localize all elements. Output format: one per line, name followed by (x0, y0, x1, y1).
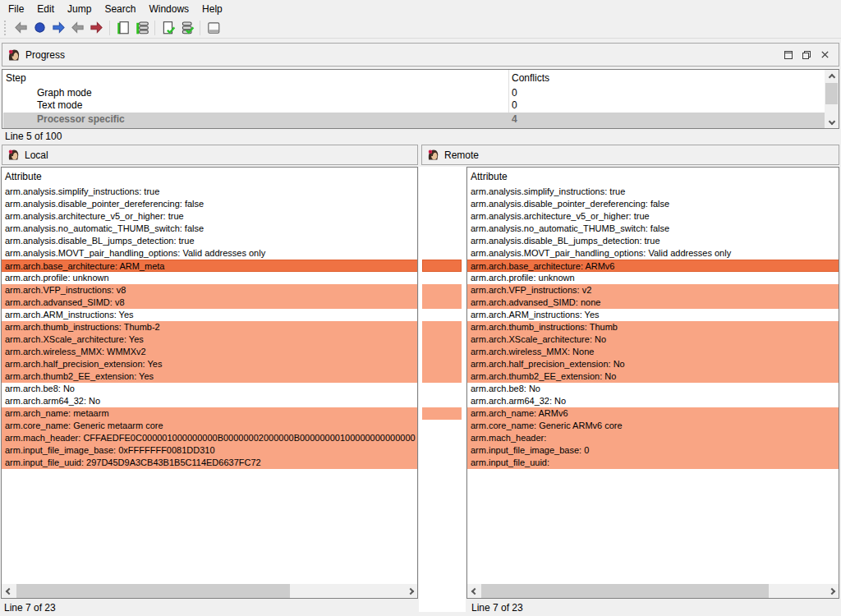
attribute-row[interactable]: arm.core_name: Generic metaarm core (2, 420, 417, 432)
attribute-row[interactable]: arm.arch.base_architecture: ARM_meta (2, 260, 417, 272)
progress-titlebar: Progress (2, 43, 839, 67)
local-panel-title: Local (25, 149, 48, 161)
gutter-selected-conflict-mark (422, 260, 462, 272)
attribute-row[interactable]: arm.arch.half_precision_extension: No (467, 358, 839, 370)
scroll-down-arrow[interactable] (825, 114, 839, 128)
attribute-row[interactable]: arm.arch.profile: unknown (2, 272, 417, 284)
attribute-row[interactable]: arm.arch.ARM_instructions: Yes (2, 309, 417, 321)
scrollbar-thumb[interactable] (16, 584, 290, 598)
gray-back-arrow-icon[interactable] (11, 19, 30, 37)
blue-forward-arrow-icon[interactable] (49, 19, 68, 37)
database-stack-icon[interactable] (132, 19, 151, 37)
attribute-row[interactable]: arm.arch.ARM_instructions: Yes (467, 309, 839, 321)
blue-dot-icon[interactable] (30, 19, 49, 37)
ida-logo-icon (427, 149, 439, 161)
attribute-row[interactable]: arm.arch.wireless_MMX: WMMXv2 (2, 346, 417, 358)
menu-windows[interactable]: Windows (142, 1, 195, 17)
remote-attribute-list: Attribute arm.analysis.simplify_instruct… (466, 167, 839, 599)
attribute-row[interactable]: arm.arch.XScale_architecture: Yes (2, 333, 417, 346)
red-right-arrow-icon[interactable] (87, 19, 106, 37)
menu-search[interactable]: Search (98, 1, 142, 17)
attribute-row[interactable]: arm.analysis.simplify_instructions: true (2, 186, 417, 198)
column-header-step[interactable]: Step (6, 72, 26, 84)
attribute-row[interactable]: arm.arch.profile: unknown (467, 272, 839, 284)
attribute-row[interactable]: arm.analysis.MOVT_pair_handling_options:… (467, 247, 839, 260)
horizontal-scrollbar[interactable] (467, 584, 839, 598)
attribute-row[interactable]: arm.analysis.disable_BL_jumps_detection:… (2, 235, 417, 247)
attribute-row[interactable]: arm.analysis.disable_BL_jumps_detection:… (467, 235, 839, 247)
attribute-row[interactable]: arm.arch_name: ARMv6 (467, 407, 839, 420)
attribute-row[interactable]: arm.arch.be8: No (2, 383, 417, 395)
scrollbar-thumb[interactable] (825, 83, 838, 104)
scroll-left-arrow[interactable] (2, 584, 16, 598)
column-header-attribute[interactable]: Attribute (471, 171, 508, 182)
horizontal-scrollbar[interactable] (2, 584, 417, 598)
step-cell: Processor specific (37, 113, 125, 126)
column-header-conflicts[interactable]: Conflicts (512, 72, 549, 84)
table-row[interactable]: Text mode 0 (3, 99, 825, 112)
conflicts-cell: 0 (512, 99, 517, 112)
attribute-row[interactable]: arm.arch.base_architecture: ARMv6 (467, 260, 839, 272)
document-icon[interactable] (113, 19, 132, 37)
attribute-row[interactable]: arm.mach_header: CFFAEDFE0C0000010000000… (2, 432, 417, 444)
attribute-row[interactable]: arm.arch.XScale_architecture: No (467, 333, 839, 346)
remote-panel-title: Remote (444, 149, 479, 161)
menu-help[interactable]: Help (195, 1, 229, 17)
attribute-row[interactable]: arm.arch.arm64_32: No (467, 395, 839, 407)
attribute-row[interactable]: arm.arch.thumb2_EE_extension: Yes (2, 370, 417, 383)
attribute-row[interactable]: arm.input_file_uuid: 297D45D9A3CB43B1B5C… (2, 457, 417, 469)
step-cell: Text mode (37, 99, 82, 112)
window-icon[interactable] (204, 19, 223, 37)
attribute-row[interactable]: arm.arch.half_precision_extension: Yes (2, 358, 417, 370)
gutter-conflict-mark (422, 407, 462, 420)
scroll-left-arrow[interactable] (467, 584, 481, 598)
attribute-row[interactable]: arm.arch.VFP_instructions: v2 (467, 284, 839, 297)
table-row[interactable]: Graph mode 0 (3, 87, 825, 99)
local-attribute-list: Attribute arm.analysis.simplify_instruct… (1, 167, 418, 599)
gray-left-arrow-icon[interactable] (68, 19, 87, 37)
attribute-row[interactable]: arm.analysis.no_automatic_THUMB_switch: … (467, 223, 839, 235)
attribute-row[interactable]: arm.analysis.disable_pointer_dereferenci… (467, 198, 839, 210)
attribute-row[interactable]: arm.analysis.no_automatic_THUMB_switch: … (2, 223, 417, 235)
attribute-row[interactable]: arm.arch.arm64_32: No (2, 395, 417, 407)
toolbar-drag-handle[interactable] (4, 21, 7, 35)
local-panel-titlebar: Local (2, 145, 418, 165)
attribute-row[interactable]: arm.core_name: Generic ARMv6 core (467, 420, 839, 432)
column-header-attribute[interactable]: Attribute (5, 171, 42, 182)
menu-jump[interactable]: Jump (61, 1, 98, 17)
maximize-icon[interactable] (779, 48, 797, 62)
conflicts-cell: 0 (512, 87, 517, 99)
scroll-right-arrow[interactable] (403, 584, 417, 598)
attribute-row[interactable]: arm.analysis.MOVT_pair_handling_options:… (2, 247, 417, 260)
float-restore-icon[interactable] (797, 48, 816, 62)
attribute-row[interactable]: arm.analysis.architecture_v5_or_higher: … (2, 210, 417, 223)
attribute-row[interactable]: arm.analysis.disable_pointer_dereferenci… (2, 198, 417, 210)
attribute-row[interactable]: arm.arch.VFP_instructions: v8 (2, 284, 417, 297)
menu-edit[interactable]: Edit (30, 1, 61, 17)
attribute-row[interactable]: arm.arch.advansed_SIMD: v8 (2, 297, 417, 309)
scroll-right-arrow[interactable] (825, 584, 839, 598)
attribute-row[interactable]: arm.arch_name: metaarm (2, 407, 417, 420)
document-check-icon[interactable] (159, 19, 177, 37)
attribute-row[interactable]: arm.arch.be8: No (467, 383, 839, 395)
menu-file[interactable]: File (2, 1, 30, 17)
attribute-row[interactable]: arm.arch.thumb2_EE_extension: No (467, 370, 839, 383)
close-icon[interactable] (816, 48, 834, 62)
attribute-row[interactable]: arm.analysis.architecture_v5_or_higher: … (467, 210, 839, 223)
attribute-row[interactable]: arm.arch.thumb_instructions: Thumb (467, 321, 839, 333)
attribute-row[interactable]: arm.arch.wireless_MMX: None (467, 346, 839, 358)
attribute-row[interactable]: arm.arch.thumb_instructions: Thumb-2 (2, 321, 417, 333)
attribute-row[interactable]: arm.analysis.simplify_instructions: true (467, 186, 839, 198)
vertical-scrollbar[interactable] (825, 70, 839, 128)
attribute-row[interactable]: arm.input_file_uuid: (467, 457, 839, 469)
attribute-row[interactable]: arm.input_file_image_base: 0xFFFFFFF0081… (2, 444, 417, 457)
attribute-row[interactable]: arm.input_file_image_base: 0 (467, 444, 839, 457)
scrollbar-thumb[interactable] (481, 584, 769, 598)
attribute-row[interactable]: arm.mach_header: (467, 432, 839, 444)
database-check-icon[interactable] (177, 19, 196, 37)
table-row[interactable]: Processor specific 4 (3, 113, 825, 128)
step-cell: Graph mode (37, 87, 92, 99)
remote-rows: arm.analysis.simplify_instructions: true… (467, 186, 839, 469)
attribute-row[interactable]: arm.arch.advansed_SIMD: none (467, 297, 839, 309)
scroll-up-arrow[interactable] (825, 70, 839, 84)
